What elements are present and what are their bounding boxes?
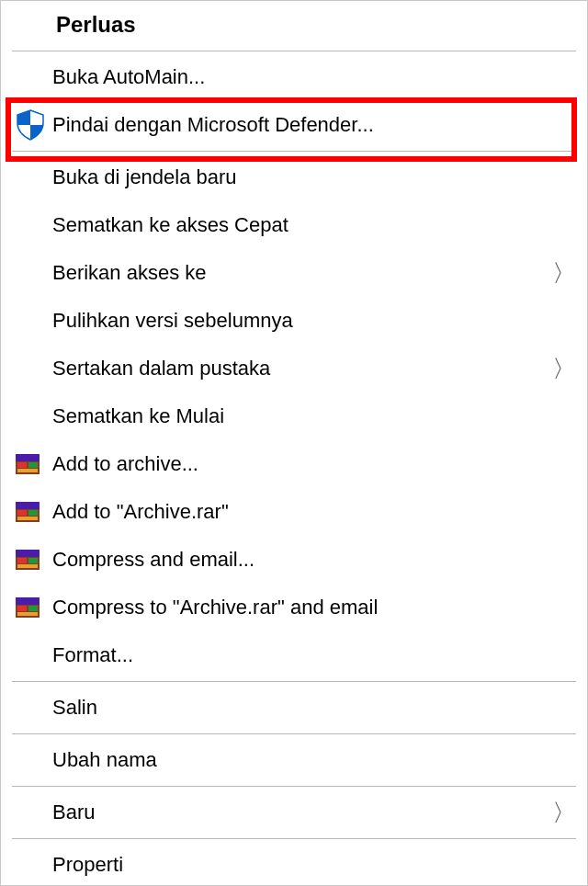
menu-item-copy[interactable]: Salin	[1, 684, 587, 732]
label-compress-email: Compress and email...	[52, 548, 576, 572]
menu-item-automain[interactable]: Buka AutoMain...	[1, 53, 587, 101]
svg-rect-13	[28, 558, 38, 563]
label-copy: Salin	[52, 696, 576, 720]
label-defender: Pindai dengan Microsoft Defender...	[52, 113, 576, 137]
menu-item-pin-quick[interactable]: Sematkan ke akses Cepat	[1, 201, 587, 249]
divider	[12, 786, 576, 787]
divider	[12, 733, 576, 734]
menu-item-restore-versions[interactable]: Pulihkan versi sebelumnya	[1, 297, 587, 345]
menu-item-compress-rar-email[interactable]: Compress to "Archive.rar" and email	[1, 584, 587, 631]
label-format: Format...	[52, 643, 576, 667]
menu-item-defender[interactable]: Pindai dengan Microsoft Defender...	[1, 101, 587, 149]
label-pin-quick: Sematkan ke akses Cepat	[52, 213, 576, 237]
svg-rect-12	[17, 558, 27, 563]
label-pin-start: Sematkan ke Mulai	[52, 404, 576, 428]
label-give-access: Berikan akses ke	[52, 261, 552, 285]
chevron-right-icon: 〉	[552, 797, 576, 829]
svg-rect-19	[17, 612, 38, 616]
menu-item-compress-email[interactable]: Compress and email...	[1, 536, 587, 584]
menu-item-new[interactable]: Baru 〉	[1, 789, 587, 836]
label-new: Baru	[52, 801, 552, 824]
label-add-archive-rar: Add to "Archive.rar"	[52, 500, 576, 524]
winrar-icon	[14, 594, 52, 621]
divider	[12, 681, 576, 682]
svg-rect-18	[28, 606, 38, 611]
svg-rect-11	[16, 550, 40, 557]
menu-item-format[interactable]: Format...	[1, 631, 587, 679]
svg-rect-1	[16, 454, 40, 461]
menu-item-give-access[interactable]: Berikan akses ke 〉	[1, 249, 587, 297]
label-add-archive: Add to archive...	[52, 452, 576, 476]
divider	[12, 838, 576, 839]
shield-icon	[14, 108, 52, 142]
label-new-window: Buka di jendela baru	[52, 165, 576, 189]
label-compress-rar-email: Compress to "Archive.rar" and email	[52, 596, 576, 619]
label-restore-versions: Pulihkan versi sebelumnya	[52, 309, 576, 333]
context-menu: Perluas Buka AutoMain... Pindai dengan M…	[0, 0, 588, 886]
menu-item-properties[interactable]: Properti	[1, 841, 587, 886]
svg-rect-7	[17, 510, 27, 516]
svg-rect-14	[17, 564, 38, 568]
svg-rect-4	[17, 469, 38, 472]
label-include-library: Sertakan dalam pustaka	[52, 357, 552, 381]
svg-rect-9	[17, 517, 38, 520]
menu-item-new-window[interactable]: Buka di jendela baru	[1, 153, 587, 201]
svg-rect-16	[16, 597, 40, 605]
winrar-icon	[14, 450, 52, 478]
svg-rect-6	[16, 502, 40, 509]
menu-item-pin-start[interactable]: Sematkan ke Mulai	[1, 392, 587, 440]
label-properties: Properti	[52, 853, 576, 877]
menu-item-include-library[interactable]: Sertakan dalam pustaka 〉	[1, 345, 587, 392]
chevron-right-icon: 〉	[552, 353, 576, 385]
menu-item-add-archive-rar[interactable]: Add to "Archive.rar"	[1, 488, 587, 536]
winrar-icon	[14, 498, 52, 526]
menu-item-rename[interactable]: Ubah nama	[1, 736, 587, 784]
label-rename: Ubah nama	[52, 748, 576, 772]
svg-rect-17	[17, 606, 27, 611]
winrar-icon	[14, 546, 52, 574]
label-automain: Buka AutoMain...	[52, 65, 576, 89]
svg-rect-3	[28, 462, 38, 468]
svg-rect-8	[28, 510, 38, 516]
menu-item-add-archive[interactable]: Add to archive...	[1, 440, 587, 488]
divider	[12, 151, 576, 152]
divider	[12, 51, 576, 51]
chevron-right-icon: 〉	[552, 257, 576, 290]
menu-title: Perluas	[1, 6, 587, 49]
svg-rect-2	[17, 462, 27, 468]
